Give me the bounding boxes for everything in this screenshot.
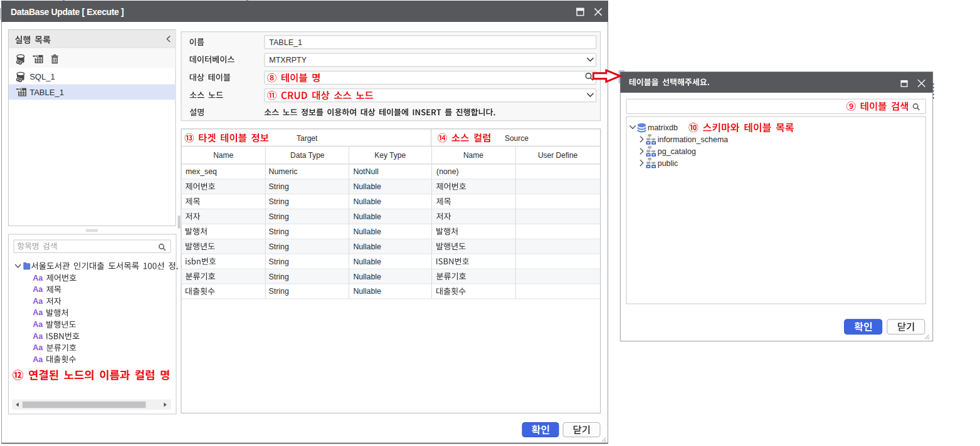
svg-text:Aa: Aa	[33, 355, 43, 364]
svg-text:Nullable: Nullable	[353, 182, 381, 191]
svg-text:Aa: Aa	[33, 274, 43, 283]
svg-text:String: String	[269, 257, 289, 266]
svg-text:Nullable: Nullable	[353, 257, 381, 266]
svg-text:String: String	[269, 242, 289, 251]
svg-text:Nullable: Nullable	[353, 272, 381, 281]
svg-text:Aa: Aa	[33, 332, 43, 341]
svg-text:String: String	[269, 212, 289, 221]
svg-text:Name: Name	[463, 151, 483, 160]
svg-text:Nullable: Nullable	[353, 212, 381, 221]
svg-text:TABLE_1: TABLE_1	[269, 38, 302, 47]
svg-text:DataBase Update [ Execute ]: DataBase Update [ Execute ]	[11, 7, 124, 17]
svg-text:(none): (none)	[436, 167, 459, 176]
svg-text:public: public	[658, 159, 678, 168]
svg-text:String: String	[269, 272, 289, 281]
svg-text:Nullable: Nullable	[353, 287, 381, 296]
svg-text:String: String	[269, 197, 289, 206]
svg-text:Name: Name	[213, 151, 233, 160]
svg-text:TABLE_1: TABLE_1	[29, 88, 64, 97]
svg-text:Aa: Aa	[33, 285, 43, 294]
svg-text:Key Type: Key Type	[374, 151, 406, 160]
svg-text:Source: Source	[505, 134, 529, 143]
svg-text:Aa: Aa	[33, 343, 43, 352]
svg-text:Nullable: Nullable	[353, 197, 381, 206]
svg-text:String: String	[269, 182, 289, 191]
svg-text:Aa: Aa	[33, 297, 43, 306]
svg-text:User Define: User Define	[538, 151, 578, 160]
svg-text:NotNull: NotNull	[353, 167, 378, 176]
svg-text:mex_seq: mex_seq	[186, 167, 217, 176]
svg-text:String: String	[269, 227, 289, 236]
svg-text:pg_catalog: pg_catalog	[658, 147, 696, 156]
svg-text:matrixdb: matrixdb	[648, 123, 678, 132]
svg-text:information_schema: information_schema	[658, 135, 729, 144]
svg-text:Data Type: Data Type	[290, 151, 325, 160]
svg-text:Target: Target	[297, 134, 318, 143]
svg-text:SQL_1: SQL_1	[29, 72, 55, 81]
svg-text:Nullable: Nullable	[353, 242, 381, 251]
svg-text:Aa: Aa	[33, 308, 43, 317]
svg-text:Numeric: Numeric	[269, 167, 298, 176]
svg-text:MTXRPTY: MTXRPTY	[269, 56, 307, 65]
svg-text:String: String	[269, 287, 289, 296]
svg-text:Nullable: Nullable	[353, 227, 381, 236]
svg-text:Aa: Aa	[33, 320, 43, 329]
